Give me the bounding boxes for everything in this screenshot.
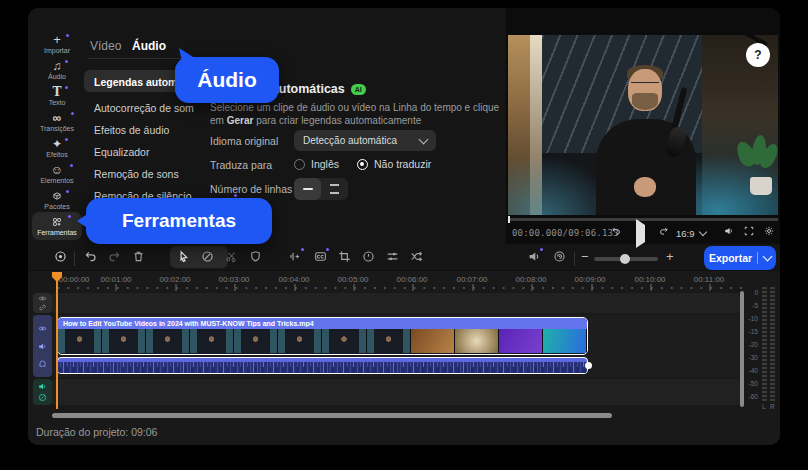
pointer-tool-icon[interactable] bbox=[177, 250, 190, 263]
audio-mixer-icon[interactable] bbox=[553, 250, 566, 263]
ghost-icon[interactable] bbox=[38, 359, 47, 368]
eye-icon[interactable] bbox=[38, 294, 47, 303]
transport-controls: 00:00.000/09:06.133 16:9 bbox=[506, 224, 780, 244]
crop-icon[interactable] bbox=[338, 250, 351, 263]
desc-text: para criar legendas automaticamente bbox=[253, 115, 421, 126]
speaker-icon[interactable] bbox=[38, 342, 47, 351]
clip-resize-handle[interactable] bbox=[585, 362, 592, 369]
radio-english[interactable]: Inglês bbox=[294, 158, 339, 170]
export-button[interactable]: Exportar bbox=[704, 246, 776, 270]
adjustments-sliders-icon[interactable] bbox=[386, 250, 399, 263]
sidebar-item-text[interactable]: T Texto bbox=[32, 84, 82, 108]
package-icon bbox=[52, 191, 62, 202]
sidebar-item-label: Texto bbox=[49, 99, 66, 106]
timeline-zoom-slider[interactable] bbox=[594, 257, 658, 261]
sidebar-item-label: Importar bbox=[44, 47, 70, 54]
preview-settings-gear-icon[interactable] bbox=[764, 226, 774, 236]
horizontal-scrollbar[interactable] bbox=[52, 413, 612, 418]
track-audio-empty[interactable] bbox=[52, 379, 740, 405]
link-off-icon[interactable] bbox=[38, 393, 47, 402]
language-dropdown[interactable]: Detecção automática bbox=[294, 130, 436, 151]
sidebar-item-audio[interactable]: ♫ Áudio bbox=[32, 58, 82, 82]
ruler-label: 00:03:00 bbox=[218, 275, 249, 284]
radio-no-translate[interactable]: Não traduzir bbox=[357, 158, 431, 170]
preview-panel: ? 00:00.000/09:06.133 16:9 bbox=[506, 8, 780, 244]
smiley-icon: ☺ bbox=[51, 165, 63, 176]
notification-dot bbox=[65, 60, 68, 63]
video-clip[interactable]: How to Edit YouTube Videos in 2024 with … bbox=[57, 317, 588, 355]
export-options-chevron[interactable] bbox=[758, 256, 776, 260]
ruler-label: 00:11:00 bbox=[694, 275, 725, 284]
playhead-pin[interactable] bbox=[51, 271, 63, 283]
skip-back-icon[interactable] bbox=[611, 226, 621, 236]
cut-scissors-icon[interactable] bbox=[225, 250, 238, 263]
sidebar-item-import[interactable]: + Importar bbox=[32, 32, 82, 56]
radio-label: Inglês bbox=[311, 158, 339, 170]
eye-icon[interactable] bbox=[38, 324, 47, 333]
menu-item-equalizer[interactable]: Equalizador bbox=[94, 146, 244, 158]
language-label: Idioma original bbox=[210, 135, 278, 147]
sidebar-item-elements[interactable]: ☺ Elementos bbox=[32, 162, 82, 186]
help-button[interactable]: ? bbox=[746, 43, 770, 67]
timecode: 00:00.000/09:06.133 bbox=[512, 228, 619, 238]
one-line-option[interactable] bbox=[294, 178, 321, 200]
fullscreen-icon[interactable] bbox=[744, 226, 754, 236]
meter-scale-label: -10 bbox=[744, 315, 758, 322]
link-icon[interactable] bbox=[38, 303, 47, 312]
aspect-ratio-dropdown[interactable]: 16:9 bbox=[676, 228, 706, 239]
sidebar-item-tools[interactable]: Ferramentas bbox=[32, 212, 82, 240]
two-lines-icon bbox=[330, 184, 339, 194]
sidebar-item-label: Pacotes bbox=[44, 203, 69, 210]
zoom-in-button[interactable]: + bbox=[666, 249, 674, 264]
timeline-volume-icon[interactable] bbox=[528, 250, 541, 263]
timeline-ruler-ticks[interactable] bbox=[52, 284, 742, 291]
meter-scale-label: 0 bbox=[744, 289, 758, 296]
loop-shuffle-icon[interactable] bbox=[410, 250, 423, 263]
meter-channel-label: L bbox=[762, 403, 766, 410]
link-clips-icon[interactable] bbox=[201, 250, 214, 263]
notification-dot bbox=[68, 215, 71, 218]
settings-description: Selecione um clipe de áudio ou vídeo na … bbox=[210, 101, 500, 127]
radio-icon bbox=[294, 159, 305, 170]
record-icon[interactable] bbox=[54, 250, 67, 263]
lines-segmented-control bbox=[294, 178, 348, 200]
skip-forward-icon[interactable] bbox=[659, 226, 669, 236]
plant bbox=[736, 133, 778, 193]
tab-audio[interactable]: Áudio bbox=[132, 39, 166, 53]
chevron-down-icon bbox=[698, 228, 706, 236]
meter-scale-label: -15 bbox=[744, 328, 758, 335]
ruler-label: 00:07:00 bbox=[456, 275, 487, 284]
plus-icon: + bbox=[53, 35, 61, 46]
sidebar-item-transitions[interactable]: ∞ Transições bbox=[32, 110, 82, 134]
notification-dot bbox=[540, 248, 543, 251]
sidebar-item-label: Áudio bbox=[48, 73, 66, 80]
redo-icon[interactable] bbox=[108, 250, 121, 263]
audio-levels-icon[interactable] bbox=[289, 250, 302, 263]
ai-badge: AI bbox=[351, 84, 366, 95]
zoom-out-button[interactable]: − bbox=[581, 249, 589, 264]
marker-shield-icon[interactable] bbox=[249, 250, 262, 263]
sidebar-item-effects[interactable]: ✦ Efeitos bbox=[32, 136, 82, 160]
tools-callout: Ferramentas bbox=[86, 198, 272, 244]
meter-scale-label: -40 bbox=[744, 367, 758, 374]
captions-cc-icon[interactable] bbox=[314, 250, 327, 263]
zoom-slider-handle[interactable] bbox=[620, 254, 630, 264]
timeline-panel: 00:00:00 00:01:00 00:02:00 00:03:00 00:0… bbox=[28, 270, 780, 445]
transitions-icon: ∞ bbox=[53, 113, 62, 124]
track-overlay-empty[interactable] bbox=[52, 293, 740, 313]
volume-icon[interactable] bbox=[724, 226, 734, 236]
undo-icon[interactable] bbox=[84, 250, 97, 263]
chevron-down-icon bbox=[419, 134, 429, 144]
audio-clip[interactable] bbox=[57, 357, 588, 374]
playhead-line[interactable] bbox=[56, 273, 58, 409]
two-lines-option[interactable] bbox=[321, 178, 348, 200]
speaker-icon[interactable] bbox=[38, 382, 47, 391]
delete-trash-icon[interactable] bbox=[132, 250, 145, 263]
play-button[interactable] bbox=[636, 225, 645, 243]
tab-video[interactable]: Vídeo bbox=[90, 39, 121, 53]
translate-label: Traduza para bbox=[210, 159, 272, 171]
speed-clock-icon[interactable] bbox=[362, 250, 375, 263]
aspect-ratio-value: 16:9 bbox=[676, 228, 695, 239]
sidebar-item-packages[interactable]: Pacotes bbox=[32, 188, 82, 212]
ruler-label: 00:01:00 bbox=[100, 275, 131, 284]
